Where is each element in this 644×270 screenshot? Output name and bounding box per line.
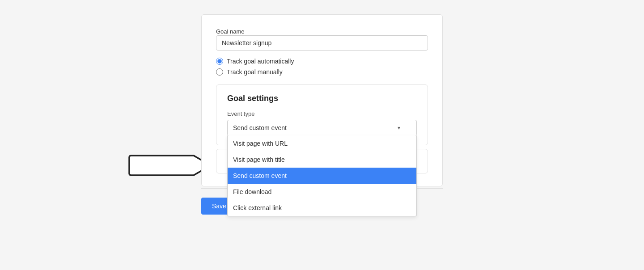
tracking-options: Track goal automatically Track goal manu… [216,58,428,76]
dropdown-item-external-link[interactable]: Click external link [228,200,416,216]
dropdown-item-visit-title[interactable]: Visit page with title [228,152,416,168]
event-type-label: Event type [227,110,417,117]
track-auto-label: Track goal automatically [227,58,294,65]
track-manual-label: Track goal manually [227,68,283,76]
dropdown-item-custom-event[interactable]: Send custom event [228,168,416,184]
selected-option-label: Send custom event [233,124,287,131]
dropdown-item-file-download[interactable]: File download [228,184,416,200]
goal-name-input[interactable] [216,35,428,51]
arrow-callout [127,154,212,179]
event-type-dropdown: Visit page with URL Visit page with titl… [227,135,417,216]
dropdown-item-visit-url[interactable]: Visit page with URL [228,135,416,152]
main-card: Goal name Track goal automatically Track… [201,14,443,186]
track-auto-option[interactable]: Track goal automatically [216,58,428,65]
track-manual-option[interactable]: Track goal manually [216,68,428,76]
track-auto-radio[interactable] [216,58,223,65]
track-manual-radio[interactable] [216,68,223,76]
goal-name-label: Goal name [216,28,245,35]
goal-settings-title: Goal settings [227,94,417,103]
event-type-select-wrapper: Send custom event ▾ Visit page with URL … [227,120,417,136]
chevron-down-icon: ▾ [398,125,400,131]
event-type-select[interactable]: Send custom event ▾ [227,120,417,136]
goal-settings-box: Goal settings Event type Send custom eve… [216,84,428,145]
